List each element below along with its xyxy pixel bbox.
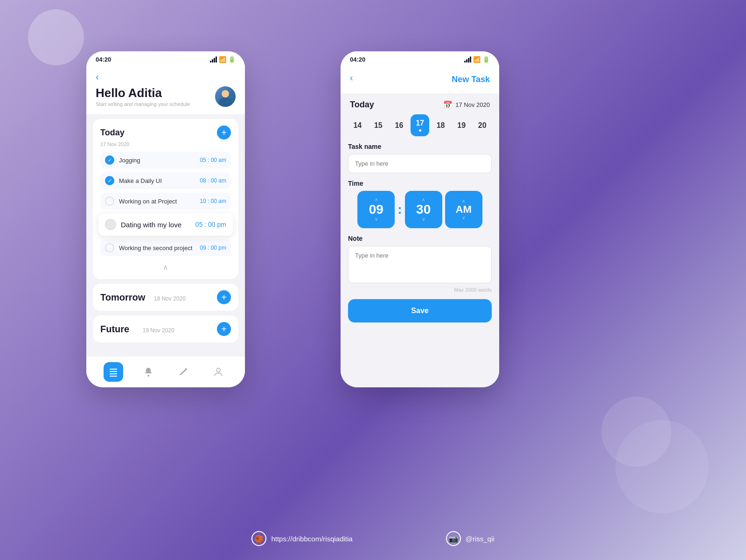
today-label: Today	[350, 100, 374, 110]
date-badge: 📅 17 Nov 2020	[443, 100, 490, 109]
task-name-input[interactable]	[348, 154, 492, 173]
avatar-image	[215, 86, 236, 107]
nav-profile-button[interactable]	[209, 362, 228, 382]
cal-day-19[interactable]: 19	[452, 114, 471, 136]
instagram-handle: @riss_qii	[466, 535, 495, 543]
task-item[interactable]: Working the second project 09 : 00 pm	[100, 239, 231, 256]
hello-subtitle: Start writing and managing your schedule	[96, 101, 190, 107]
left-header-text: Hello Aditia Start writing and managing …	[96, 86, 190, 107]
task-checkbox-5[interactable]	[105, 243, 114, 252]
calendar-strip: 14 15 16 17 18 19 20	[348, 114, 492, 136]
tomorrow-title-group: Tomorrow 18 Nov 2020	[100, 292, 186, 303]
future-title: Future	[100, 324, 129, 334]
left-phone-header: ‹ Hello Aditia Start writing and managin…	[86, 66, 245, 114]
left-header-row: Hello Aditia Start writing and managing …	[96, 86, 236, 107]
cal-day-16[interactable]: 16	[390, 114, 409, 136]
ampm-block[interactable]: ∧ AM ∨	[445, 191, 482, 228]
svg-rect-0	[110, 369, 117, 370]
svg-rect-1	[110, 371, 117, 372]
bottom-nav	[86, 357, 245, 387]
right-phone-screen: 04:20 📶 🔋 ‹ New Task	[341, 51, 499, 387]
left-status-bar: 04:20 📶 🔋	[86, 51, 245, 66]
nav-edit-button[interactable]	[174, 362, 193, 382]
add-tomorrow-button[interactable]: +	[217, 290, 231, 304]
add-future-button[interactable]: +	[217, 322, 231, 336]
left-status-time: 04:20	[96, 56, 111, 63]
minutes-block[interactable]: ∧ 30 ∨	[405, 191, 442, 228]
task-item[interactable]: Working on at Project 10 : 00 am	[100, 193, 231, 210]
time-colon: :	[397, 202, 402, 217]
task-item-highlighted[interactable]: Dating with my love 05 : 00 pm	[98, 213, 233, 236]
dribbble-link: 🏀 https://dribbcom/risqiaditia	[251, 531, 352, 546]
tomorrow-section: Tomorrow 18 Nov 2020 +	[93, 284, 238, 311]
left-phone: 04:20 📶 🔋 ‹ Hello Aditia Start writing a…	[86, 51, 245, 387]
left-back-button[interactable]: ‹	[96, 71, 99, 82]
task-time-5: 09 : 00 pm	[200, 245, 226, 251]
hours-value: 09	[369, 202, 383, 217]
task-name-3: Working on at Project	[119, 198, 200, 205]
instagram-icon: 📷	[446, 531, 461, 546]
note-hint: Max 2000 words	[348, 287, 492, 293]
bell-icon	[143, 367, 153, 377]
today-date: 17 Nov 2020	[100, 141, 231, 147]
left-phone-content[interactable]: Today + 17 Nov 2020 ✓ Jogging 05 : 00 am…	[86, 114, 245, 357]
footer: 🏀 https://dribbcom/risqiaditia 📷 @riss_q…	[0, 531, 746, 546]
task-checkbox-2[interactable]: ✓	[105, 176, 114, 185]
left-phone-screen: 04:20 📶 🔋 ‹ Hello Aditia Start writing a…	[86, 51, 245, 387]
future-date: 19 Nov 2020	[143, 327, 174, 334]
user-avatar	[215, 86, 236, 107]
time-section: Time ∧ 09 ∨ : ∧ 30 ∨ ∧ AM	[348, 180, 492, 228]
task-checkbox-3[interactable]	[105, 196, 114, 206]
right-phone: 04:20 📶 🔋 ‹ New Task	[341, 51, 499, 387]
task-time-2: 08 : 00 am	[200, 177, 226, 184]
note-label: Note	[348, 235, 492, 242]
hours-block[interactable]: ∧ 09 ∨	[357, 191, 395, 228]
bg-decoration-circle-3	[601, 397, 671, 467]
cal-day-14[interactable]: 14	[348, 114, 367, 136]
svg-point-5	[216, 368, 220, 372]
task-checkbox-1[interactable]: ✓	[105, 155, 114, 165]
right-wifi-icon: 📶	[473, 56, 481, 63]
battery-icon: 🔋	[228, 56, 236, 63]
collapse-icon[interactable]: ∧	[163, 263, 168, 272]
nav-bell-button[interactable]	[139, 362, 158, 382]
future-title-group: Future 19 Nov 2020	[100, 324, 174, 335]
svg-rect-2	[110, 373, 117, 374]
task-item[interactable]: ✓ Jogging 05 : 00 am	[100, 152, 231, 168]
new-task-header: ‹ New Task	[341, 66, 499, 93]
future-section: Future 19 Nov 2020 +	[93, 315, 238, 343]
task-time-3: 10 : 00 am	[200, 198, 226, 204]
hello-title: Hello Aditia	[96, 86, 190, 100]
right-status-icons: 📶 🔋	[464, 56, 490, 63]
note-field-group: Note Max 2000 words	[348, 235, 492, 293]
task-name-1: Jogging	[119, 157, 200, 164]
ampm-value: AM	[456, 203, 472, 216]
task-item[interactable]: ✓ Make a Daily UI 08 : 00 am	[100, 172, 231, 189]
svg-rect-3	[110, 376, 117, 377]
right-back-button[interactable]: ‹	[350, 72, 353, 83]
new-task-title: New Task	[452, 75, 490, 84]
dribbble-icon: 🏀	[251, 531, 266, 546]
edit-icon	[178, 367, 188, 377]
right-status-time: 04:20	[350, 56, 365, 63]
cal-day-18[interactable]: 18	[431, 114, 450, 136]
dribbble-url: https://dribbcom/risqiaditia	[271, 535, 352, 543]
note-input[interactable]	[348, 246, 492, 283]
cal-day-20[interactable]: 20	[473, 114, 492, 136]
task-checkbox-4[interactable]	[105, 219, 116, 230]
instagram-link: 📷 @riss_qii	[446, 531, 495, 546]
cal-day-15[interactable]: 15	[369, 114, 388, 136]
cal-day-17[interactable]: 17	[411, 114, 430, 136]
today-title: Today	[100, 128, 125, 138]
time-picker: ∧ 09 ∨ : ∧ 30 ∨ ∧ AM ∨	[348, 191, 492, 228]
time-label: Time	[348, 180, 492, 187]
add-today-button[interactable]: +	[217, 126, 231, 140]
nav-list-button[interactable]	[104, 362, 123, 382]
calendar-icon: 📅	[443, 100, 453, 109]
today-section: Today + 17 Nov 2020 ✓ Jogging 05 : 00 am…	[93, 119, 238, 279]
save-button[interactable]: Save	[348, 299, 492, 322]
bg-decoration-circle-1	[28, 9, 84, 65]
task-name-4: Dating with my love	[121, 221, 195, 229]
task-time-1: 05 : 00 am	[200, 157, 226, 163]
minutes-value: 30	[416, 202, 431, 217]
